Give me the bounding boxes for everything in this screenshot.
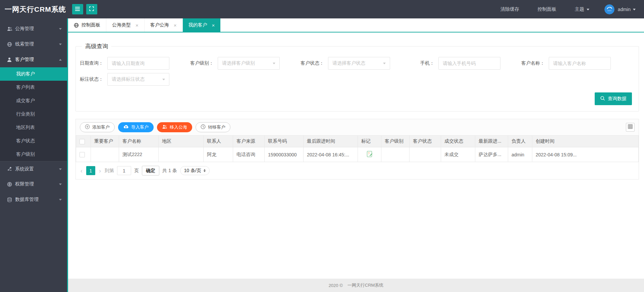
advanced-query-panel: 高级查询 日期查询： 客户级别： 请选择客户级别	[75, 43, 639, 112]
tab-bar: 控制面板 公海类型 × 客户公海 × 我的客户 ×	[68, 18, 644, 32]
cell-region	[159, 147, 204, 162]
tab-customer-sea[interactable]: 客户公海 ×	[145, 18, 183, 32]
cell-level	[381, 147, 410, 162]
prev-page-button[interactable]: ‹	[80, 168, 83, 174]
user-dropdown[interactable]: admin	[618, 7, 636, 12]
mobile-field: 手机：	[408, 57, 500, 70]
col-owner: 负责人	[508, 136, 532, 147]
column-settings-button[interactable]	[626, 123, 635, 132]
sidebar-item-customer-status[interactable]: 客户状态	[0, 134, 67, 148]
sidebar-item-permission-management[interactable]: 权限管理	[0, 176, 67, 192]
col-last-follow: 最后跟进时间	[304, 136, 358, 147]
cell-deal-status: 未成交	[441, 147, 475, 162]
close-icon[interactable]: ×	[212, 22, 215, 28]
current-page-button[interactable]: 1	[86, 166, 95, 175]
sidebar-item-customer-management[interactable]: 客户管理	[0, 52, 67, 67]
col-contact: 联系人	[204, 136, 233, 147]
add-customer-button[interactable]: 添加客户	[80, 122, 115, 132]
customer-status-field: 客户状态： 请选择客户状态	[297, 57, 390, 70]
query-data-button[interactable]: 查询数据	[595, 92, 632, 105]
cell-latest-follow: 萨达萨多...	[475, 147, 508, 162]
col-mark: 标记	[358, 136, 381, 147]
fullscreen-button[interactable]	[86, 4, 97, 14]
collapse-menu-button[interactable]	[72, 4, 83, 14]
page-number-input[interactable]	[117, 166, 131, 175]
customer-level-select[interactable]: 请选择客户级别	[218, 57, 280, 70]
close-icon[interactable]: ×	[174, 22, 177, 28]
tab-label: 公海类型	[112, 22, 131, 28]
mark-icon[interactable]: ?	[367, 151, 372, 157]
grid-icon	[628, 124, 633, 130]
search-icon	[600, 96, 605, 102]
row-checkbox[interactable]	[79, 152, 85, 157]
query-data-label: 查询数据	[608, 96, 627, 102]
cell-contact: 阿龙	[204, 147, 233, 162]
theme-dropdown[interactable]: 主题	[575, 6, 589, 12]
col-level: 客户级别	[381, 136, 410, 147]
date-query-input[interactable]	[107, 57, 169, 70]
sidebar-item-label: 客户管理	[15, 57, 34, 63]
confirm-page-button[interactable]: 确定	[142, 166, 159, 175]
table-row[interactable]: 测试2222 阿龙 电话咨询 15900033000 2022-04-08 16…	[76, 147, 639, 162]
sidebar-item-label: 线索管理	[15, 41, 34, 47]
import-customer-button[interactable]: 导入客户	[118, 122, 154, 132]
close-icon[interactable]: ×	[136, 22, 139, 28]
page-size-label: 10 条/页	[184, 168, 201, 174]
main-area: 控制面板 公海类型 × 客户公海 × 我的客户 × 高级查询	[67, 18, 644, 292]
panel-title: 高级查询	[82, 43, 111, 50]
app-logo: 一网天行CRM系统	[5, 5, 66, 14]
col-created: 创建时间	[532, 136, 639, 147]
query-row-2: 标注状态： 请选择标注状态	[76, 73, 632, 86]
tab-control-panel[interactable]: 控制面板	[68, 18, 106, 32]
database-icon	[7, 197, 15, 202]
sidebar-item-deal-customers[interactable]: 成交客户	[0, 94, 67, 107]
transfer-customer-button[interactable]: 转移客户	[196, 122, 230, 132]
theme-label: 主题	[575, 6, 584, 12]
control-panel-link[interactable]: 控制面板	[538, 6, 556, 12]
button-label: 移入公海	[170, 124, 187, 130]
clear-cache-link[interactable]: 清除缓存	[500, 6, 519, 12]
select-all-cell	[76, 136, 91, 147]
plus-circle-icon	[85, 124, 90, 130]
tab-label: 客户公海	[150, 22, 169, 28]
tab-label: 我的客户	[189, 22, 207, 28]
cell-status	[410, 147, 441, 162]
page-footer: 2020 © 一网天行CRM系统	[68, 279, 644, 292]
query-row-1: 日期查询： 客户级别： 请选择客户级别 客户状态：	[76, 57, 632, 70]
date-query-field: 日期查询：	[76, 57, 169, 70]
globe-grid-icon	[7, 182, 15, 187]
customer-level-field: 客户级别： 请选择客户级别	[187, 57, 280, 70]
select-all-checkbox[interactable]	[79, 139, 85, 144]
sidebar-item-industry-category[interactable]: 行业类别	[0, 107, 67, 121]
field-label: 客户名称：	[518, 60, 549, 66]
tab-sea-type[interactable]: 公海类型 ×	[106, 18, 145, 32]
next-page-button[interactable]: ›	[98, 168, 102, 174]
header-actions: 清除缓存 控制面板 主题 admin	[482, 4, 636, 14]
avatar[interactable]	[604, 4, 614, 14]
sidebar-item-lead-management[interactable]: 线索管理	[0, 36, 67, 52]
tab-my-customers[interactable]: 我的客户 ×	[183, 18, 221, 32]
field-label: 日期查询：	[76, 60, 107, 66]
sidebar-item-my-customers[interactable]: 我的客户	[0, 67, 67, 81]
table-toolbar: 添加客户 导入客户 移入公海 转移客户	[76, 119, 639, 135]
sidebar-item-sea-management[interactable]: 公海管理	[0, 21, 67, 36]
sidebar-item-database-management[interactable]: 数据库管理	[0, 192, 67, 207]
hamburger-icon	[75, 6, 80, 12]
select-placeholder: 请选择客户状态	[332, 60, 365, 66]
sidebar-item-customer-list[interactable]: 客户列表	[0, 81, 67, 94]
col-latest-follow: 最新跟进...	[475, 136, 508, 147]
footer-copyright: 2020 ©	[329, 283, 343, 288]
top-header: 一网天行CRM系统 清除缓存 控制面板 主题 admin	[0, 0, 644, 18]
users-icon	[7, 26, 15, 31]
sidebar-item-system-settings[interactable]: 系统设置	[0, 161, 67, 176]
customer-management-submenu: 我的客户 客户列表 成交客户 行业类别 地区列表 客户状态 客户级别	[0, 67, 67, 161]
mark-status-select[interactable]: 请选择标注状态	[107, 73, 169, 86]
sidebar-item-customer-level[interactable]: 客户级别	[0, 148, 67, 161]
mobile-input[interactable]	[438, 57, 500, 70]
page-size-select[interactable]: 10 条/页	[180, 166, 210, 175]
customer-name-input[interactable]	[549, 57, 611, 70]
customer-status-select[interactable]: 请选择客户状态	[328, 57, 390, 70]
sidebar-item-region-list[interactable]: 地区列表	[0, 121, 67, 134]
move-to-sea-button[interactable]: 移入公海	[157, 122, 192, 132]
field-label: 客户级别：	[187, 60, 218, 66]
